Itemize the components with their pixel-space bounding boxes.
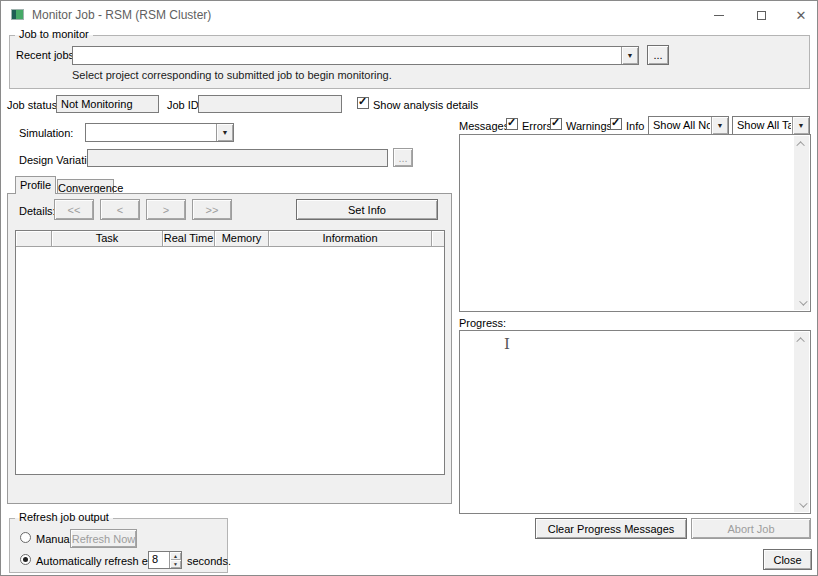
first-icon: << [68, 204, 81, 216]
details-previous-button[interactable]: < [100, 199, 140, 220]
progress-textarea[interactable]: I [459, 330, 811, 514]
show-all-tasks-value: Show All Tasks [737, 119, 791, 131]
column-header-memory[interactable]: Memory [215, 231, 269, 247]
clear-progress-messages-button[interactable]: Clear Progress Messages [535, 518, 687, 539]
tab-profile[interactable]: Profile [15, 176, 56, 194]
task-table-header: Task Real Time Memory Information [16, 231, 444, 247]
scroll-up-button[interactable] [794, 332, 809, 347]
spin-up-button[interactable]: ▲ [170, 552, 181, 560]
job-status-value: Not Monitoring [61, 98, 133, 110]
job-id-field [198, 95, 342, 113]
refresh-job-output-group: Refresh job output Manually Refresh Now … [9, 518, 228, 573]
warnings-checkbox[interactable]: ✓ [550, 118, 562, 130]
app-icon [11, 9, 24, 20]
close-button[interactable]: Close [763, 549, 812, 570]
job-to-monitor-group: Job to monitor Recent jobs: ▼ ... Select… [9, 35, 810, 89]
messages-textarea[interactable] [459, 134, 811, 312]
job-status-field: Not Monitoring [56, 95, 159, 113]
spin-down-icon: ▼ [173, 561, 178, 567]
scroll-up-icon [796, 141, 804, 149]
recent-jobs-browse-button[interactable]: ... [647, 45, 669, 65]
check-icon: ✓ [611, 116, 620, 129]
details-last-button[interactable]: >> [192, 199, 232, 220]
clear-progress-messages-label: Clear Progress Messages [548, 523, 675, 535]
recent-jobs-combobox[interactable]: ▼ [72, 46, 639, 65]
refresh-now-label: Refresh Now [72, 533, 136, 545]
task-table-body[interactable] [16, 247, 444, 475]
automatically-radio[interactable] [20, 554, 31, 565]
previous-icon: < [117, 204, 123, 216]
recent-jobs-hint: Select project corresponding to submitte… [72, 69, 392, 81]
chevron-down-icon: ▼ [222, 129, 229, 136]
maximize-icon [757, 11, 766, 20]
window-title: Monitor Job - RSM (RSM Cluster) [32, 8, 211, 22]
column-header-blank[interactable] [16, 231, 52, 247]
tab-convergence[interactable]: Convergence [57, 179, 114, 193]
simulation-dropdown-button[interactable]: ▼ [216, 124, 233, 141]
progress-scrollbar[interactable] [794, 332, 809, 512]
close-window-button[interactable]: ✕ [781, 1, 818, 29]
ellipsis-icon: ... [653, 49, 662, 61]
simulation-combobox[interactable]: ▼ [85, 123, 234, 142]
minimize-button[interactable] [699, 1, 739, 29]
job-id-label: Job ID: [167, 99, 202, 111]
nodes-dropdown-button[interactable]: ▼ [711, 117, 728, 134]
chevron-down-icon: ▼ [627, 52, 634, 59]
spin-up-icon: ▲ [173, 553, 178, 559]
seconds-label: seconds. [187, 555, 231, 567]
refresh-legend: Refresh job output [15, 511, 113, 523]
show-all-nodes-value: Show All Nodes [653, 119, 710, 131]
scroll-down-icon [799, 499, 807, 507]
recent-jobs-dropdown-button[interactable]: ▼ [621, 47, 638, 64]
simulation-label: Simulation: [19, 127, 73, 139]
show-all-tasks-dropdown[interactable]: Show All Tasks ▼ [732, 116, 810, 135]
last-icon: >> [206, 204, 219, 216]
monitor-job-dialog: Monitor Job - RSM (RSM Cluster) ✕ Job to… [0, 0, 818, 576]
check-icon: ✓ [358, 95, 367, 108]
show-all-nodes-dropdown[interactable]: Show All Nodes ▼ [648, 116, 729, 135]
column-header-task[interactable]: Task [52, 231, 163, 247]
spin-down-button[interactable]: ▼ [170, 560, 181, 568]
abort-job-label: Abort Job [727, 523, 774, 535]
scroll-up-button[interactable] [794, 136, 809, 151]
recent-jobs-label: Recent jobs: [16, 49, 77, 61]
refresh-now-button[interactable]: Refresh Now [70, 529, 137, 548]
tab-profile-label: Profile [20, 179, 51, 191]
interval-spinner[interactable]: 8 ▲ ▼ [148, 551, 182, 569]
close-label: Close [773, 554, 801, 566]
details-first-button[interactable]: << [54, 199, 94, 220]
scroll-down-button[interactable] [794, 295, 809, 310]
maximize-button[interactable] [741, 1, 781, 29]
abort-job-button[interactable]: Abort Job [691, 518, 811, 539]
show-analysis-details-label: Show analysis details [373, 99, 478, 111]
warnings-label: Warnings [566, 120, 612, 132]
check-icon: ✓ [551, 116, 560, 129]
errors-checkbox[interactable]: ✓ [506, 118, 518, 130]
column-header-real-time[interactable]: Real Time [163, 231, 215, 247]
messages-scrollbar[interactable] [794, 136, 809, 310]
text-cursor-icon: I [504, 335, 510, 353]
radio-dot-icon [23, 557, 28, 562]
details-next-button[interactable]: > [146, 199, 186, 220]
column-header-information[interactable]: Information [269, 231, 432, 247]
column-header-spacer[interactable] [432, 231, 444, 247]
ellipsis-icon: ... [398, 152, 407, 164]
scroll-down-icon [799, 297, 807, 305]
job-status-label: Job status: [7, 99, 60, 111]
interval-value: 8 [152, 553, 158, 565]
show-analysis-details-checkbox[interactable]: ✓ [357, 97, 369, 109]
info-label: Info [626, 120, 644, 132]
minimize-icon [714, 15, 724, 16]
details-label: Details: [19, 205, 56, 217]
scroll-down-button[interactable] [794, 497, 809, 512]
tasks-dropdown-button[interactable]: ▼ [792, 117, 809, 134]
design-variation-browse-button[interactable]: ... [393, 148, 413, 167]
chevron-down-icon: ▼ [717, 122, 724, 129]
info-checkbox[interactable]: ✓ [610, 118, 622, 130]
set-info-button[interactable]: Set Info [296, 199, 438, 220]
design-variation-field [87, 149, 388, 167]
errors-label: Errors [522, 120, 552, 132]
manually-radio[interactable] [20, 532, 31, 543]
scroll-up-icon [796, 337, 804, 345]
title-bar: Monitor Job - RSM (RSM Cluster) ✕ [1, 1, 817, 29]
